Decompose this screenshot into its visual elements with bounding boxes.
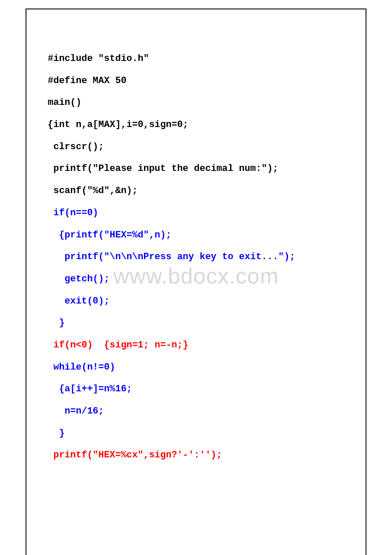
code-line: } — [48, 318, 65, 328]
code-line: exit(0); — [48, 296, 110, 306]
code-line: printf("Please input the decimal num:"); — [48, 163, 278, 174]
code-line: clrscr(); — [48, 142, 104, 152]
code-line: {a[i++]=n%16; — [48, 384, 132, 394]
code-line: scanf("%d",&n); — [48, 185, 138, 196]
code-line: getch(); — [48, 274, 110, 284]
code-line: #include "stdio.h" — [48, 53, 149, 64]
document-page: www.bdocx.com #include "stdio.h" #define… — [26, 9, 366, 555]
code-line: {int n,a[MAX],i=0,sign=0; — [48, 119, 188, 130]
code-line: {printf("HEX=%d",n); — [48, 230, 171, 240]
code-line: if(n==0) — [48, 208, 98, 218]
code-line: } — [48, 428, 65, 439]
code-line: main() — [48, 97, 81, 108]
code-block: #include "stdio.h" #define MAX 50 main()… — [48, 48, 353, 466]
code-line: if(n<0) {sign=1; n=-n;} — [48, 340, 188, 350]
code-line: #define MAX 50 — [48, 75, 127, 86]
code-line: n=n/16; — [48, 406, 104, 416]
code-line: while(n!=0) — [48, 362, 115, 373]
code-line: printf("HEX=%cx",sign?'-':''); — [48, 450, 222, 460]
code-line: printf("\n\n\nPress any key to exit...")… — [48, 251, 295, 262]
